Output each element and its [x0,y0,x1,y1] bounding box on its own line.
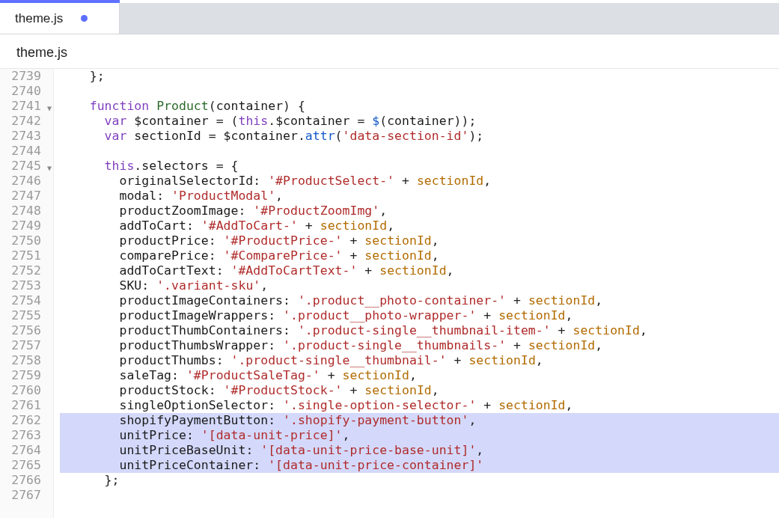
code-line[interactable]: SKU: '.variant-sku', [60,278,779,293]
line-number[interactable]: 2746 [0,174,53,189]
code-line[interactable]: productThumbContainers: '.product-single… [60,323,779,338]
code-line[interactable]: productImageContainers: '.product__photo… [60,293,779,308]
line-number[interactable]: 2762 [0,413,53,428]
code-line[interactable]: var $container = (this.$container = $(co… [60,114,779,129]
tab-label: theme.js [15,11,63,26]
line-number[interactable]: 2743 [0,129,53,144]
code-line[interactable]: unitPriceContainer: '[data-unit-price-co… [60,458,779,473]
line-number[interactable]: 2747 [0,189,53,204]
code-line[interactable]: singleOptionSelector: '.single-option-se… [60,398,779,413]
code-line[interactable]: unitPrice: '[data-unit-price]', [60,428,779,443]
line-number[interactable]: 2745▼ [0,159,53,174]
code-line[interactable]: productStock: '#ProductStock-' + section… [60,383,779,398]
code-line[interactable]: originalSelectorId: '#ProductSelect-' + … [60,174,779,189]
line-number[interactable]: 2758 [0,353,53,368]
line-number[interactable]: 2748 [0,204,53,218]
code-line[interactable]: var sectionId = $container.attr('data-se… [60,129,779,144]
line-number[interactable]: 2753 [0,278,53,293]
code-line[interactable]: modal: 'ProductModal', [60,189,779,204]
code-line[interactable] [60,84,779,99]
code-line[interactable]: }; [60,473,779,488]
line-number[interactable]: 2751 [0,248,53,263]
code-line[interactable] [60,144,779,159]
code-line[interactable]: function Product(container) { [60,99,779,114]
line-number[interactable]: 2741▼ [0,99,53,114]
code-line[interactable]: unitPriceBaseUnit: '[data-unit-price-bas… [60,443,779,458]
line-number[interactable]: 2752 [0,263,53,278]
line-number[interactable]: 2756 [0,323,53,338]
code-line[interactable]: productZoomImage: '#ProductZoomImg', [60,204,779,218]
line-number[interactable]: 2765 [0,458,53,473]
line-number[interactable]: 2759 [0,368,53,383]
code-line[interactable]: saleTag: '#ProductSaleTag-' + sectionId, [60,368,779,383]
breadcrumb: theme.js [0,34,779,69]
tab-theme-js[interactable]: theme.js [0,3,120,34]
code-line[interactable]: productPrice: '#ProductPrice-' + section… [60,233,779,248]
line-number[interactable]: 2749 [0,218,53,233]
line-number[interactable]: 2742 [0,114,53,129]
code-editor[interactable]: 273927402741▼2742274327442745▼2746274727… [0,69,779,518]
line-number[interactable]: 2764 [0,443,53,458]
line-number[interactable]: 2757 [0,338,53,353]
code-line[interactable]: addToCartText: '#AddToCartText-' + secti… [60,263,779,278]
modified-indicator-icon [81,15,88,22]
code-line[interactable]: this.selectors = { [60,159,779,174]
code-line[interactable]: addToCart: '#AddToCart-' + sectionId, [60,218,779,233]
line-number[interactable]: 2754 [0,293,53,308]
line-number-gutter[interactable]: 273927402741▼2742274327442745▼2746274727… [0,69,54,518]
editor-window: theme.js theme.js 273927402741▼274227432… [0,0,779,532]
line-number[interactable]: 2739 [0,69,53,84]
line-number[interactable]: 2750 [0,233,53,248]
line-number[interactable]: 2744 [0,144,53,159]
breadcrumb-file: theme.js [16,45,67,60]
line-number[interactable]: 2766 [0,473,53,488]
code-line[interactable]: productThumbsWrapper: '.product-single__… [60,338,779,353]
code-line[interactable]: productThumbs: '.product-single__thumbna… [60,353,779,368]
code-area[interactable]: }; function Product(container) { var $co… [54,69,779,518]
tab-bar: theme.js [0,3,779,34]
line-number[interactable]: 2767 [0,488,53,503]
code-line[interactable]: }; [60,69,779,84]
code-line[interactable]: shopifyPaymentButton: '.shopify-payment-… [60,413,779,428]
line-number[interactable]: 2760 [0,383,53,398]
line-number[interactable]: 2740 [0,84,53,99]
line-number[interactable]: 2755 [0,308,53,323]
line-number[interactable]: 2763 [0,428,53,443]
line-number[interactable]: 2761 [0,398,53,413]
code-line[interactable]: comparePrice: '#ComparePrice-' + section… [60,248,779,263]
code-line[interactable] [60,488,779,503]
code-line[interactable]: productImageWrappers: '.product__photo-w… [60,308,779,323]
